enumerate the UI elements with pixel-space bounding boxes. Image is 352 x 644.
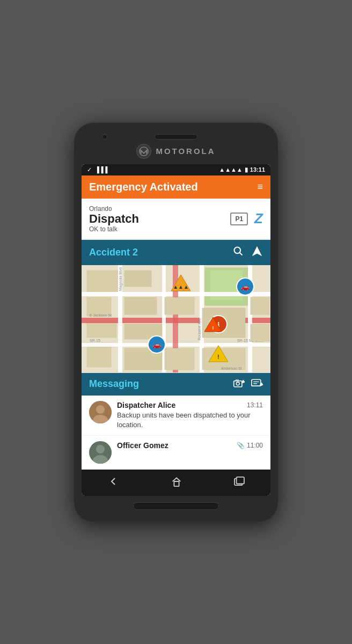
signal-bars-icon: ▐▐▐ [95, 166, 107, 173]
msg-sender-alice: Dispatcher Alice [117, 401, 175, 409]
dispatch-status: OK to talk [89, 225, 139, 233]
svg-point-58 [96, 405, 105, 414]
menu-icon[interactable]: ≡ [257, 182, 263, 192]
emergency-bar[interactable]: Emergency Activated ≡ [82, 175, 270, 199]
msg-text-alice: Backup units have been dispatched to you… [117, 411, 263, 430]
svg-rect-65 [236, 477, 244, 484]
check-icon: ✓ [87, 166, 92, 173]
svg-rect-32 [165, 348, 194, 370]
brand-name: MOTOROLA [156, 147, 215, 156]
attachment-icon: 📎 [237, 442, 245, 449]
svg-rect-8 [87, 321, 116, 338]
phone-device: MOTOROLA ✓ ▐▐▐ ▲▲▲▲ ▮ 13:11 Emergency Ac… [74, 122, 278, 522]
dispatch-name: Dispatch [89, 213, 139, 225]
msg-time-gomez-wrapper: 📎 11:00 [237, 442, 263, 449]
svg-rect-25 [124, 297, 157, 314]
svg-rect-33 [251, 324, 269, 341]
motorola-m-icon [136, 144, 151, 159]
camera-dot [102, 134, 107, 140]
messaging-title: Messaging [89, 378, 139, 390]
map-canvas[interactable]: Magnolia Blvd E Jackson St SR-15 E Jacks… [82, 265, 270, 372]
msg-content-alice: Dispatcher Alice 13:11 Backup units have… [117, 401, 263, 430]
map-navigate-icon[interactable] [251, 245, 263, 260]
avatar-alice [89, 401, 112, 423]
svg-text:!: ! [212, 325, 214, 331]
map-title: Accident 2 [89, 247, 138, 258]
msg-time-alice: 13:11 [247, 401, 263, 409]
svg-text:+: + [260, 382, 263, 387]
map-section: Accident 2 [82, 240, 270, 372]
dispatch-section[interactable]: Orlando Dispatch OK to talk P1 Z [82, 199, 270, 240]
compose-icon[interactable]: + [251, 378, 263, 390]
dispatch-location: Orlando [89, 205, 139, 213]
camera-add-icon[interactable]: + [233, 378, 245, 390]
svg-text:Roulaine Ave: Roulaine Ave [197, 318, 201, 340]
msg-header-alice: Dispatcher Alice 13:11 [117, 401, 263, 409]
map-search-icon[interactable] [233, 246, 244, 259]
messaging-section: Messaging + [82, 372, 270, 470]
messaging-header: Messaging + [82, 373, 270, 396]
cellular-icon: ▲▲▲▲ [219, 166, 243, 173]
svg-text:!: ! [217, 354, 219, 360]
svg-text:Magnolia Blvd: Magnolia Blvd [119, 267, 123, 291]
back-button[interactable] [107, 475, 120, 491]
message-item-gomez[interactable]: Officer Gomez 📎 11:00 [82, 436, 270, 470]
svg-text:SR-15: SR-15 [90, 339, 100, 342]
msg-sender-gomez: Officer Gomez [117, 441, 168, 450]
battery-icon: ▮ [245, 166, 248, 173]
brand-logo: MOTOROLA [82, 144, 270, 159]
phone-top-bar [82, 132, 270, 142]
dispatch-info: Orlando Dispatch OK to talk [89, 205, 139, 233]
avatar-gomez [89, 441, 112, 464]
svg-point-1 [234, 247, 241, 253]
phone-bottom [82, 502, 270, 510]
status-left-icons: ✓ ▐▐▐ [87, 166, 107, 173]
svg-text:Anderson St: Anderson St [221, 367, 242, 370]
svg-rect-5 [87, 270, 119, 292]
home-button[interactable] [171, 475, 182, 490]
svg-text:+: + [242, 379, 245, 384]
svg-rect-53 [252, 379, 261, 386]
message-item-alice[interactable]: Dispatcher Alice 13:11 Backup units have… [82, 396, 270, 436]
svg-text:▲▲▲: ▲▲▲ [173, 284, 189, 290]
svg-point-61 [96, 445, 105, 453]
svg-text:E Jackson St: E Jackson St [90, 313, 112, 317]
screen: ✓ ▐▐▐ ▲▲▲▲ ▮ 13:11 Emergency Activated ≡… [82, 164, 270, 496]
map-actions [233, 245, 263, 260]
priority-badge[interactable]: P1 [230, 213, 248, 225]
svg-marker-3 [252, 246, 262, 256]
svg-line-2 [240, 253, 243, 255]
msg-time-gomez: 11:00 [247, 442, 263, 449]
svg-rect-63 [174, 481, 179, 486]
svg-rect-28 [251, 297, 269, 314]
dispatch-actions: P1 Z [230, 210, 263, 227]
msg-header-gomez: Officer Gomez 📎 11:00 [117, 441, 263, 450]
status-time: 13:11 [250, 166, 265, 173]
recent-apps-button[interactable] [233, 477, 245, 489]
svg-point-49 [236, 382, 239, 385]
svg-text:🚗: 🚗 [152, 340, 162, 349]
messaging-actions: + + [233, 378, 263, 390]
speaker-grille-top [155, 134, 197, 140]
nav-bar [82, 470, 270, 496]
z-button[interactable]: Z [254, 210, 263, 227]
speaker-grille-bottom [133, 502, 219, 510]
svg-text:🚗: 🚗 [241, 282, 250, 291]
status-right-info: ▲▲▲▲ ▮ 13:11 [219, 166, 265, 173]
svg-rect-6 [124, 270, 151, 287]
map-header: Accident 2 [82, 240, 270, 265]
msg-content-gomez: Officer Gomez 📎 11:00 [117, 441, 263, 451]
status-bar: ✓ ▐▐▐ ▲▲▲▲ ▮ 13:11 [82, 164, 270, 175]
svg-rect-26 [165, 297, 194, 314]
emergency-title: Emergency Activated [89, 181, 198, 193]
